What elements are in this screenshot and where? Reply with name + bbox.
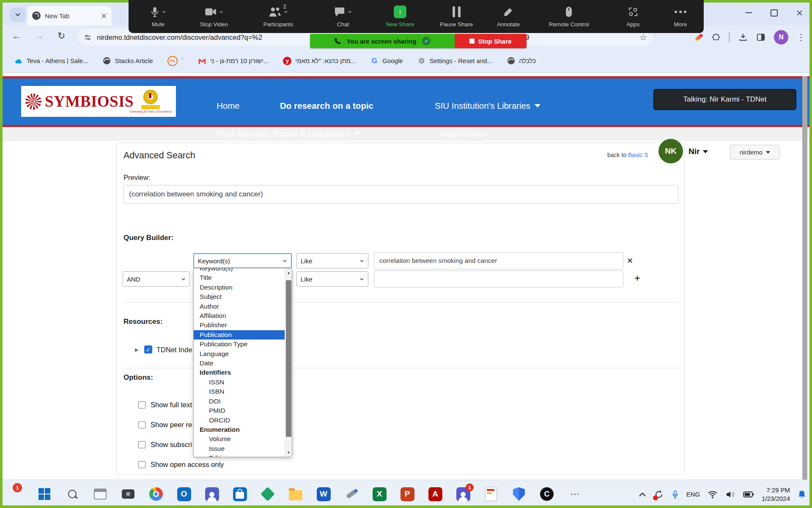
security-button[interactable] [510,485,528,503]
more-button[interactable]: More [653,0,708,33]
dropdown-option-keyword-s-[interactable]: Keyword(s) [194,268,285,273]
powerpoint-button[interactable]: P [398,485,416,503]
option-checkbox[interactable] [138,441,145,448]
camera-app-button[interactable] [119,485,137,503]
side-panel-icon[interactable] [756,33,765,42]
word-button[interactable]: W [315,485,332,503]
close-button[interactable] [795,8,804,17]
battery-icon[interactable] [743,491,754,498]
taskbar-more-button[interactable]: ⋯ [566,485,584,503]
teams-classic-button[interactable] [203,485,221,503]
green-app-button[interactable] [259,485,277,503]
acrobat-button[interactable]: A [426,485,444,503]
stop-share-button[interactable]: Stop Share [455,34,527,48]
operator-select-2[interactable]: Like [296,271,368,287]
dropdown-option-description[interactable]: Description [194,283,285,292]
dropdown-option-publisher[interactable]: Publisher [194,320,285,330]
restore-button[interactable] [770,8,778,17]
preview-input[interactable]: (correlation between smoking and cancer) [123,185,678,204]
user-avatar[interactable]: NK [658,139,683,163]
bookmark-settings-reset[interactable]: ⚙ Settings - Reset and... [417,57,492,65]
bookmark-ynet[interactable]: y מתן כהנא: "לא מאמי... [283,57,356,65]
dropdown-option-author[interactable]: Author [194,302,285,311]
start-button[interactable] [36,485,53,503]
reload-button[interactable]: ↻ [58,30,65,41]
taskbar-clock[interactable]: 7:29 PM 1/23/2024 [762,486,790,502]
forward-button[interactable]: → [35,30,44,41]
color-picker-extension-icon[interactable] [695,33,703,41]
notification-bell-icon[interactable] [798,490,806,499]
dropdown-option-issn[interactable]: ISSN [194,378,285,387]
volume-icon[interactable] [725,490,735,499]
scrollbar-thumb[interactable] [286,280,291,437]
tray-chevron-up-icon[interactable] [639,492,646,497]
file-explorer-button[interactable] [287,485,304,503]
dropdown-option-identifiers[interactable]: Identifiers [194,368,285,377]
option-checkbox[interactable] [138,421,145,428]
back-button[interactable]: ← [12,30,21,41]
taskbar-search-button[interactable] [63,485,81,503]
dropdown-option-isbn[interactable]: ISBN [194,387,285,396]
language-indicator[interactable]: ENG [686,491,700,498]
boolean-select[interactable]: AND [123,271,190,287]
bookmark-google[interactable]: G Google [370,57,403,65]
mute-button[interactable]: Mute [131,0,186,33]
dropdown-option-affiliation[interactable]: Affiliation [194,311,285,320]
dropdown-option-title[interactable]: Title [194,273,285,282]
dropdown-option-edition[interactable]: Edition [194,453,285,457]
bookmark-kalkala[interactable]: כלכלה [507,57,536,65]
dropdown-option-orcid[interactable]: ORCID [194,416,285,425]
document-app-button[interactable] [482,485,500,503]
participants-button[interactable]: 2 Participants [251,0,306,33]
bookmark-star-icon[interactable]: ☆ [639,32,647,42]
cable-app-button[interactable] [343,485,360,503]
stop-video-button[interactable]: Stop Video [187,0,241,33]
downloads-icon[interactable] [738,33,748,42]
bookmark-stacks-article[interactable]: Stacks Article [103,57,153,65]
new-share-button[interactable]: ↑ New Share [373,0,428,33]
resource-checkbox[interactable]: ✓ [144,345,152,353]
add-row-button[interactable]: + [634,272,640,284]
pause-share-button[interactable]: Pause Share [429,0,484,33]
outlook-button[interactable]: O [175,485,193,503]
dropdown-option-issue[interactable]: Issue [194,444,285,453]
tab-close-icon[interactable] [101,13,107,19]
nav-home[interactable]: Home [217,101,240,111]
site-settings-icon[interactable] [84,33,92,41]
option-checkbox[interactable] [138,401,145,409]
dropdown-scrollbar[interactable]: ▲ ▼ [285,268,292,457]
dropdown-option-pmid[interactable]: PMID [194,406,285,415]
expand-triangle-icon[interactable]: ▶ [135,347,138,353]
nav-help-center[interactable]: Help Center [441,129,487,139]
apps-button[interactable]: Apps [606,0,661,33]
dropdown-option-subject[interactable]: Subject [194,292,285,301]
remove-row-button[interactable]: ✕ [627,256,633,265]
minimize-button[interactable] [744,8,753,17]
browser-menu-icon[interactable]: ⋮ [797,32,805,42]
dropdown-option-language[interactable]: Language [194,349,285,359]
dropdown-option-publication-type[interactable]: Publication Type [194,340,285,349]
teams-button[interactable]: 1 [454,485,472,503]
scroll-down-icon[interactable]: ▼ [285,449,292,456]
operator-select[interactable]: Like [296,253,368,268]
camtasia-button[interactable]: C [538,485,556,503]
basic-search-link[interactable]: Basic S [628,152,648,158]
option-checkbox[interactable] [138,461,145,468]
sync-tray-icon[interactable] [654,489,664,500]
browser-tab[interactable]: New Tab [27,6,112,25]
account-selector[interactable]: nirdemo [730,145,780,160]
dropdown-option-date[interactable]: Date [194,359,285,368]
dropdown-option-doi[interactable]: DOI [194,397,285,406]
dropdown-option-volume[interactable]: Volume [194,434,285,444]
store-button[interactable] [231,485,249,503]
extensions-puzzle-icon[interactable] [712,33,720,41]
field-select[interactable]: Keyword(s) [193,253,292,268]
tab-search-button[interactable] [10,8,25,22]
tray-microphone-icon[interactable] [672,489,679,500]
bookmark-teva[interactable]: Teva - Athens | Sale... [14,57,88,65]
bookmark-gmail-yeshurun[interactable]: ישורון 10 רמת-גן - ני... [198,57,269,65]
scroll-up-icon[interactable]: ▲ [285,269,292,276]
dropdown-option-enumeration[interactable]: Enumeration [194,425,285,434]
bookmark-ris[interactable]: RIS ` [167,56,184,66]
symbiosis-logo[interactable]: SYMBIOSIS Celebrating 50 Years of Excell… [21,86,176,117]
